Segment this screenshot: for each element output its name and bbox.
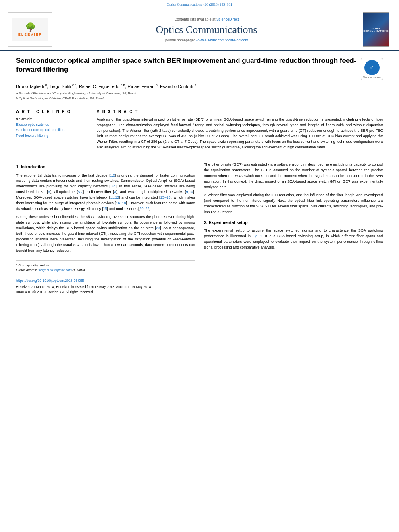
article-info-col: A R T I C L E I N F O Keywords: Electro-… bbox=[16, 109, 88, 151]
header-section: 🌳 ELSEVIER Contents lists available at S… bbox=[0, 8, 399, 51]
email-note: E-mail address: tiago.sutili@gmail.com (… bbox=[16, 268, 195, 273]
article-title: Semiconductor optical amplifier space sw… bbox=[16, 56, 383, 74]
corresponding-label: * Corresponding author. bbox=[16, 263, 50, 267]
section2-title: 2. Experimental setup bbox=[204, 219, 383, 226]
tree-icon: 🌳 bbox=[25, 23, 36, 32]
section2-title-text: Experimental setup bbox=[209, 220, 248, 225]
ref-5[interactable]: 5 bbox=[48, 190, 50, 194]
doi-section: https://doi.org/10.1016/j.optcom.2018.05… bbox=[16, 276, 195, 295]
section1-title-text: Introduction bbox=[21, 164, 45, 169]
top-bar: Optics Communications 426 (2018) 295–301 bbox=[0, 0, 399, 8]
elsevier-logo-img: 🌳 ELSEVIER bbox=[12, 18, 48, 41]
section1-title: 1. Introduction bbox=[16, 164, 195, 170]
right-para1: The bit error rate (BER) was estimated v… bbox=[204, 162, 383, 190]
email-link[interactable]: tiago.sutili@gmail.com bbox=[39, 268, 72, 272]
email-author: (T. Sutili). bbox=[72, 268, 86, 272]
author-tiago: Tiago Sutili a,* bbox=[49, 84, 76, 89]
ref-9[interactable]: 9,10 bbox=[186, 190, 193, 194]
affiliation-b: b Optical Technologies Division, CPqD Fo… bbox=[16, 96, 383, 101]
ref-23[interactable]: 23 bbox=[156, 226, 160, 230]
footnote-section: * Corresponding author. E-mail address: … bbox=[16, 260, 195, 273]
ref-16[interactable]: 16–18 bbox=[116, 201, 126, 205]
sciencedirect-link[interactable]: ScienceDirect bbox=[216, 17, 239, 21]
abstract-heading: A B S T R A C T bbox=[97, 109, 383, 114]
keyword-2[interactable]: Semiconductor optical amplifiers bbox=[16, 127, 88, 133]
right-para2: A Wiener filter was employed aiming the … bbox=[204, 193, 383, 215]
homepage-label: journal homepage: bbox=[165, 38, 195, 42]
page: Optics Communications 426 (2018) 295–301… bbox=[0, 0, 399, 532]
email-label: E-mail address: bbox=[16, 268, 39, 272]
title-area: ✓ Check for updates Semiconductor optica… bbox=[16, 56, 383, 80]
author-bruno: Bruno Taglietti a bbox=[16, 84, 47, 89]
ref-1[interactable]: 1,2 bbox=[110, 173, 115, 177]
contents-available-text: Contents lists available at ScienceDirec… bbox=[174, 17, 239, 21]
doi-link[interactable]: https://doi.org/10.1016/j.optcom.2018.05… bbox=[16, 278, 195, 283]
info-abstract-section: A R T I C L E I N F O Keywords: Electro-… bbox=[16, 109, 383, 151]
body-left-col: 1. Introduction The exponential data tra… bbox=[16, 162, 195, 295]
journal-title: Optics Communications bbox=[156, 24, 257, 36]
article-info-heading: A R T I C L E I N F O bbox=[16, 109, 88, 114]
main-content: ✓ Check for updates Semiconductor optica… bbox=[0, 51, 399, 299]
body-divider bbox=[16, 156, 383, 156]
check-updates-label: Check for updates bbox=[363, 76, 381, 78]
body-two-col: 1. Introduction The exponential data tra… bbox=[16, 162, 383, 295]
elsevier-logo: 🌳 ELSEVIER bbox=[8, 12, 52, 47]
section2-number: 2. bbox=[204, 220, 208, 225]
abstract-text: Analysis of the guard-time interval impa… bbox=[97, 117, 383, 151]
ref-8[interactable]: 8 bbox=[114, 190, 116, 194]
journal-homepage: journal homepage: www.elsevier.com/locat… bbox=[165, 38, 248, 42]
author-rafael-ferrari: Rafael Ferrari a bbox=[128, 84, 158, 89]
citation-text: Optics Communications 426 (2018) 295–301 bbox=[167, 2, 232, 6]
section1-para2: Among these undesired nonlinearities, th… bbox=[16, 214, 195, 254]
section1-para1: The exponential data traffic increase of… bbox=[16, 173, 195, 212]
authors-line: Bruno Taglietti a, Tiago Sutili a,*, Raf… bbox=[16, 83, 383, 89]
corresponding-author-note: * Corresponding author. bbox=[16, 263, 195, 268]
section1-number: 1. bbox=[16, 164, 20, 169]
check-for-updates-widget: ✓ Check for updates bbox=[361, 58, 383, 80]
keyword-3[interactable]: Feed-forward filtering bbox=[16, 133, 88, 139]
copyright-text: 0030-4018/© 2018 Elsevier B.V. All right… bbox=[16, 290, 195, 295]
body-right-col: The bit error rate (BER) was estimated v… bbox=[204, 162, 383, 295]
ref-3[interactable]: 3,4 bbox=[111, 184, 116, 188]
received-dates: Received 21 March 2018; Received in revi… bbox=[16, 284, 195, 290]
homepage-url[interactable]: www.elsevier.com/locate/optcom bbox=[196, 38, 248, 42]
abstract-col: A B S T R A C T Analysis of the guard-ti… bbox=[97, 109, 383, 151]
affiliations: a School of Electrical and Computer Engi… bbox=[16, 91, 383, 101]
contents-text-label: Contents lists available at bbox=[174, 17, 215, 21]
section2-para1: The experimental setup to acquire the sp… bbox=[204, 228, 383, 251]
keywords-label: Keywords: bbox=[16, 117, 88, 121]
keyword-1[interactable]: Electro-optic switches bbox=[16, 122, 88, 128]
fig1-link[interactable]: Fig. 1 bbox=[253, 234, 263, 238]
author-evandro: Evandro Conforti a bbox=[160, 84, 196, 89]
journal-cover: OPTICSCOMMUNICATIONS bbox=[361, 12, 391, 47]
header-center: Contents lists available at ScienceDirec… bbox=[52, 12, 361, 47]
cover-image: OPTICSCOMMUNICATIONS bbox=[363, 12, 389, 47]
check-icon: ✓ bbox=[364, 60, 380, 75]
ref-20[interactable]: 20–22 bbox=[140, 207, 150, 211]
header-divider bbox=[16, 105, 383, 105]
elsevier-wordmark: ELSEVIER bbox=[18, 33, 43, 37]
author-rafael-f: Rafael C. Figueiredo a,b bbox=[79, 84, 125, 89]
ref-11[interactable]: 11,12 bbox=[110, 195, 119, 199]
affiliation-a: a School of Electrical and Computer Engi… bbox=[16, 91, 383, 96]
ref-13[interactable]: 13–15 bbox=[160, 195, 170, 199]
cover-title-text: OPTICSCOMMUNICATIONS bbox=[363, 27, 389, 32]
ref-19[interactable]: 19 bbox=[103, 207, 107, 211]
ref-6[interactable]: 6,7 bbox=[78, 190, 83, 194]
